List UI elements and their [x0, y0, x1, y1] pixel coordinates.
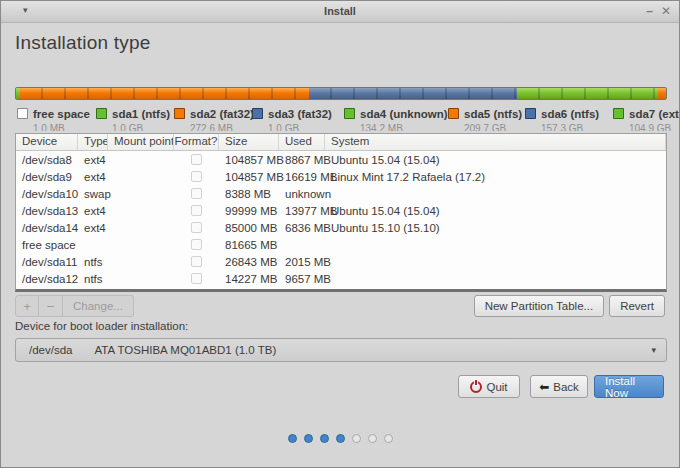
cell-format	[174, 220, 219, 235]
legend-label: sda1 (ntfs)	[112, 108, 170, 120]
format-checkbox[interactable]	[191, 188, 202, 199]
cell-used: unknown	[279, 188, 325, 200]
cell-device: /dev/sda13	[16, 205, 78, 217]
format-checkbox[interactable]	[191, 222, 202, 233]
quit-button[interactable]: Quit	[458, 375, 520, 398]
cell-device: /dev/sda11	[16, 256, 78, 268]
cell-used: 8867 MB	[279, 154, 325, 166]
table-row[interactable]: /dev/sda9ext4104857 MB16619 MBLinux Mint…	[16, 168, 666, 185]
legend-size: 1.0 GB	[268, 123, 332, 131]
legend-size: 272.6 MB	[190, 123, 254, 131]
close-button[interactable]: ✕	[661, 4, 671, 18]
table-row[interactable]: /dev/sda11ntfs26843 MB2015 MB	[16, 253, 666, 270]
column-header-size[interactable]: Size	[219, 134, 279, 150]
table-row[interactable]: /dev/sda8ext4104857 MB8867 MBUbuntu 15.0…	[16, 151, 666, 168]
wizard-actions: Quit ⬅ Back Install Now	[458, 375, 664, 398]
format-checkbox[interactable]	[191, 205, 202, 216]
legend-item: sda1 (ntfs)1.0 GB	[96, 104, 170, 131]
back-label: Back	[553, 381, 579, 393]
back-arrow-icon: ⬅	[539, 381, 549, 393]
partition-table[interactable]: DeviceTypeMount pointFormat?SizeUsedSyst…	[15, 133, 667, 292]
column-header-used[interactable]: Used	[279, 134, 325, 150]
cell-device: /dev/sda10	[16, 188, 78, 200]
partition-usage-bar	[15, 87, 667, 100]
legend-color-swatch	[344, 108, 355, 119]
cell-size: 81665 MB	[219, 239, 279, 251]
minimize-button[interactable]: –	[646, 4, 653, 18]
format-checkbox[interactable]	[191, 171, 202, 182]
revert-button[interactable]: Revert	[609, 295, 665, 317]
cell-format	[174, 186, 219, 201]
wizard-progress-dots	[1, 434, 679, 443]
legend-color-swatch	[252, 108, 263, 119]
window-title: Install	[1, 5, 679, 17]
cell-system: Ubuntu 15.10 (15.10)	[325, 222, 666, 234]
column-header-device[interactable]: Device	[16, 134, 78, 150]
cell-device: /dev/sda14	[16, 222, 78, 234]
legend-size: 134.2 MB	[360, 123, 448, 131]
cell-format	[174, 237, 219, 252]
table-row[interactable]: free space81665 MB	[16, 236, 666, 253]
column-header-system[interactable]: System	[325, 134, 666, 150]
cell-device: /dev/sda9	[16, 171, 78, 183]
cell-type: ext4	[78, 222, 108, 234]
progress-dot-done	[288, 434, 297, 443]
legend-label: sda4 (unknown)	[360, 108, 448, 120]
page-title: Installation type	[15, 32, 150, 54]
legend-color-swatch	[96, 108, 107, 119]
cell-size: 26843 MB	[219, 256, 279, 268]
column-header-type[interactable]: Type	[78, 134, 108, 150]
cell-type: ext4	[78, 171, 108, 183]
cell-format	[174, 254, 219, 269]
cell-device: /dev/sda12	[16, 273, 78, 285]
legend-size: 157.3 GB	[541, 123, 599, 131]
remove-partition-button[interactable]: −	[39, 295, 63, 317]
legend-label: sda2 (fat32)	[190, 108, 254, 120]
format-checkbox[interactable]	[191, 256, 202, 267]
partition-segment-blue	[309, 88, 517, 99]
add-partition-button[interactable]: +	[15, 295, 39, 317]
legend-color-swatch	[613, 108, 624, 119]
legend-item: sda3 (fat32)1.0 GB	[252, 104, 332, 131]
back-button[interactable]: ⬅ Back	[530, 375, 588, 398]
table-row[interactable]: /dev/sda13ext499999 MB13977 MBUbuntu 15.…	[16, 202, 666, 219]
cell-size: 8388 MB	[219, 188, 279, 200]
legend-item: sda4 (unknown)134.2 MB	[344, 104, 448, 131]
cell-format	[174, 152, 219, 167]
table-tools: New Partition Table... Revert	[474, 295, 665, 317]
legend-item: sda2 (fat32)272.6 MB	[174, 104, 254, 131]
legend-label: sda3 (fat32)	[268, 108, 332, 120]
partition-edit-toolbar: + − Change...	[15, 295, 134, 317]
table-row[interactable]: /dev/sda10swap8388 MBunknown	[16, 185, 666, 202]
progress-dot-pending	[384, 434, 393, 443]
table-row[interactable]: /dev/sda14ext485000 MB6836 MBUbuntu 15.1…	[16, 219, 666, 236]
table-row[interactable]: /dev/sda12ntfs14227 MB9657 MB	[16, 270, 666, 287]
format-checkbox[interactable]	[191, 273, 202, 284]
cell-format	[174, 203, 219, 218]
legend-label: sda5 (ntfs)	[464, 108, 522, 120]
cell-system: Ubuntu 15.04 (15.04)	[325, 154, 666, 166]
cell-used: 13977 MB	[279, 205, 325, 217]
progress-dot-done	[320, 434, 329, 443]
partition-segment-orange	[20, 88, 309, 99]
legend-size: 209.7 GB	[464, 123, 522, 131]
chevron-down-icon: ▾	[651, 345, 656, 355]
install-now-button[interactable]: Install Now	[594, 375, 664, 398]
format-checkbox[interactable]	[191, 239, 202, 250]
partition-segment-orange	[658, 88, 666, 99]
boot-device-combobox[interactable]: /dev/sda ATA TOSHIBA MQ01ABD1 (1.0 TB) ▾	[15, 338, 667, 362]
cell-device: free space	[16, 239, 78, 251]
cell-format	[174, 271, 219, 286]
column-header-mount-point[interactable]: Mount point	[108, 134, 174, 150]
change-partition-button[interactable]: Change...	[63, 295, 134, 317]
table-body: /dev/sda8ext4104857 MB8867 MBUbuntu 15.0…	[16, 151, 666, 287]
cell-system: Linux Mint 17.2 Rafaela (17.2)	[325, 171, 666, 183]
cell-type: ntfs	[78, 273, 108, 285]
format-checkbox[interactable]	[191, 154, 202, 165]
cell-format	[174, 169, 219, 184]
progress-dot-pending	[352, 434, 361, 443]
new-partition-table-button[interactable]: New Partition Table...	[474, 295, 604, 317]
column-header-format-[interactable]: Format?	[174, 134, 219, 150]
boot-device-value: /dev/sda	[29, 344, 72, 356]
legend-label: sda6 (ntfs)	[541, 108, 599, 120]
